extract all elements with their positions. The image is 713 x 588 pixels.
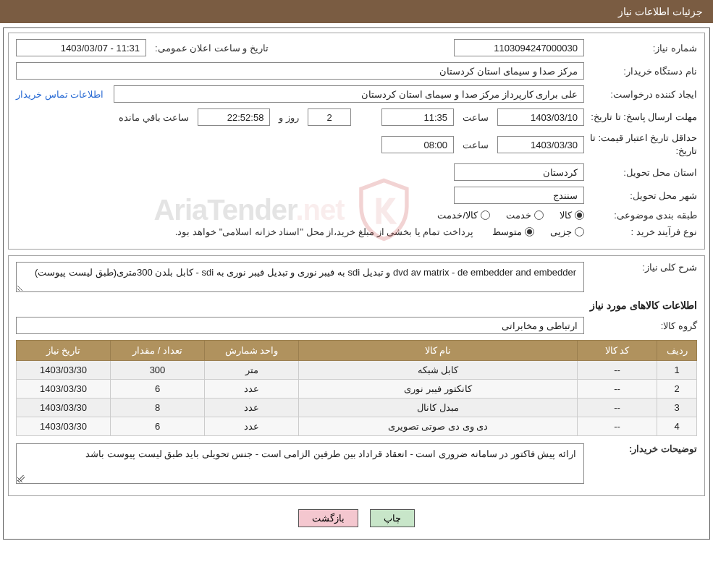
table-cell-code: -- <box>578 380 657 399</box>
radio-dot-icon <box>575 210 584 220</box>
radio-motevaset[interactable]: متوسط <box>492 226 534 237</box>
overall-desc-field: dvd av matrix - de embedder and embedder… <box>16 262 584 292</box>
th-qty: تعداد / مقدار <box>111 341 205 361</box>
buyer-org-label: نام دستگاه خریدار: <box>588 66 697 77</box>
table-cell-row: 2 <box>657 380 697 399</box>
table-cell-code: -- <box>578 399 657 417</box>
page-title: جزئیات اطلاعات نیاز <box>618 6 703 17</box>
group-field: ارتباطی و مخابراتی <box>16 317 584 334</box>
table-header-row: ردیف کد کالا نام کالا واحد شمارش تعداد /… <box>17 341 697 361</box>
table-cell-qty: 300 <box>111 361 205 380</box>
table-cell-date: 1403/03/30 <box>17 399 111 417</box>
table-cell-code: -- <box>578 417 657 436</box>
buyer-contact-link[interactable]: اطلاعات تماس خریدار <box>16 89 109 100</box>
items-section-title: اطلاعات کالاهای مورد نیاز <box>16 299 697 311</box>
remaining-suffix-label: ساعت باقي مانده <box>114 112 193 123</box>
resize-handle-icon[interactable] <box>17 475 25 482</box>
buyer-org-field: مرکز صدا و سیمای استان کردستان <box>16 62 584 80</box>
radio-jozi[interactable]: جزیی <box>550 226 584 237</box>
info-panel: شماره نیاز: 1103094247000030 تاریخ و ساع… <box>8 33 705 250</box>
deadline-time-field: 11:35 <box>381 108 454 126</box>
radio-kala-khedmat[interactable]: کالا/خدمت <box>437 210 490 221</box>
table-row: 4--دی وی دی صوتی تصویریعدد61403/03/30 <box>17 417 697 436</box>
deadline-date-field: 1403/03/10 <box>497 108 584 126</box>
table-cell-row: 4 <box>657 417 697 436</box>
table-cell-row: 1 <box>657 361 697 380</box>
req-no-label: شماره نیاز: <box>588 43 697 54</box>
purchase-note: پرداخت تمام یا بخشی از مبلغ خرید،از محل … <box>175 226 473 237</box>
table-cell-code: -- <box>578 361 657 380</box>
table-cell-qty: 6 <box>111 380 205 399</box>
province-label: استان محل تحویل: <box>588 167 697 178</box>
city-field: سنندج <box>454 187 584 204</box>
announce-label: تاریخ و ساعت اعلان عمومی: <box>151 43 273 54</box>
deadline-label: مهلت ارسال پاسخ: تا تاریخ: <box>588 111 697 124</box>
radio-icon <box>534 210 544 220</box>
time-label-1: ساعت <box>458 112 493 123</box>
table-cell-date: 1403/03/30 <box>17 361 111 380</box>
content-wrapper: AriaTender.net شماره نیاز: 1103094247000… <box>3 27 710 540</box>
table-cell-row: 3 <box>657 399 697 417</box>
creator-field: علی براری کارپرداز مرکز صدا و سیمای استا… <box>114 85 584 103</box>
radio-dot-icon <box>525 227 534 237</box>
radio-khedmat[interactable]: خدمت <box>506 210 544 221</box>
time-remaining-field: 22:52:58 <box>198 108 270 126</box>
radio-kala[interactable]: کالا <box>560 210 584 221</box>
table-row: 3--مبدل کانالعدد81403/03/30 <box>17 399 697 417</box>
table-cell-unit: عدد <box>205 417 299 436</box>
category-radio-group: کالا خدمت کالا/خدمت <box>437 210 584 221</box>
table-cell-name: دی وی دی صوتی تصویری <box>299 417 578 436</box>
table-cell-qty: 6 <box>111 417 205 436</box>
page-title-bar: جزئیات اطلاعات نیاز <box>0 0 713 23</box>
button-row: چاپ بازگشت <box>8 502 705 534</box>
buyer-notes-field: ارائه پیش فاکتور در سامانه ضروری است - ا… <box>16 443 584 484</box>
overall-desc-label: شرح کلی نیاز: <box>588 262 697 273</box>
time-label-2: ساعت <box>458 140 493 150</box>
th-code: کد کالا <box>578 341 657 361</box>
group-label: گروه کالا: <box>588 320 697 331</box>
th-date: تاریخ نیاز <box>17 341 111 361</box>
th-row: ردیف <box>657 341 697 361</box>
purchase-type-label: نوع فرآیند خرید : <box>588 226 697 237</box>
table-row: 2--کانکتور فیبر نوریعدد61403/03/30 <box>17 380 697 399</box>
announce-field: 11:31 - 1403/03/07 <box>16 39 146 56</box>
province-field: کردستان <box>454 163 584 181</box>
validity-date-field: 1403/03/30 <box>497 136 584 153</box>
table-cell-date: 1403/03/30 <box>17 380 111 399</box>
days-and-label: روز و <box>274 112 303 123</box>
days-remaining-field: 2 <box>308 108 351 126</box>
req-no-field: 1103094247000030 <box>454 39 584 56</box>
buyer-notes-label: توضیحات خریدار: <box>588 443 697 454</box>
table-cell-unit: عدد <box>205 380 299 399</box>
category-label: طبقه بندی موضوعی: <box>588 210 697 221</box>
city-label: شهر محل تحویل: <box>588 190 697 201</box>
validity-time-field: 08:00 <box>381 136 454 153</box>
table-cell-name: مبدل کانال <box>299 399 578 417</box>
table-cell-unit: متر <box>205 361 299 380</box>
validity-label: حداقل تاریخ اعتبار قیمت: تا تاریخ: <box>588 132 697 158</box>
print-button[interactable]: چاپ <box>370 509 415 527</box>
table-cell-qty: 8 <box>111 399 205 417</box>
th-name: نام کالا <box>299 341 578 361</box>
table-row: 1--کابل شبکهمتر3001403/03/30 <box>17 361 697 380</box>
purchase-type-radio-group: جزیی متوسط <box>492 226 584 237</box>
creator-label: ایجاد کننده درخواست: <box>588 89 697 100</box>
radio-icon <box>575 227 584 237</box>
table-cell-unit: عدد <box>205 399 299 417</box>
back-button[interactable]: بازگشت <box>298 509 358 527</box>
description-panel: شرح کلی نیاز: dvd av matrix - de embedde… <box>8 255 705 496</box>
items-table: ردیف کد کالا نام کالا واحد شمارش تعداد /… <box>16 340 697 436</box>
th-unit: واحد شمارش <box>205 341 299 361</box>
table-cell-name: کانکتور فیبر نوری <box>299 380 578 399</box>
table-cell-name: کابل شبکه <box>299 361 578 380</box>
table-cell-date: 1403/03/30 <box>17 417 111 436</box>
radio-icon <box>481 210 490 220</box>
